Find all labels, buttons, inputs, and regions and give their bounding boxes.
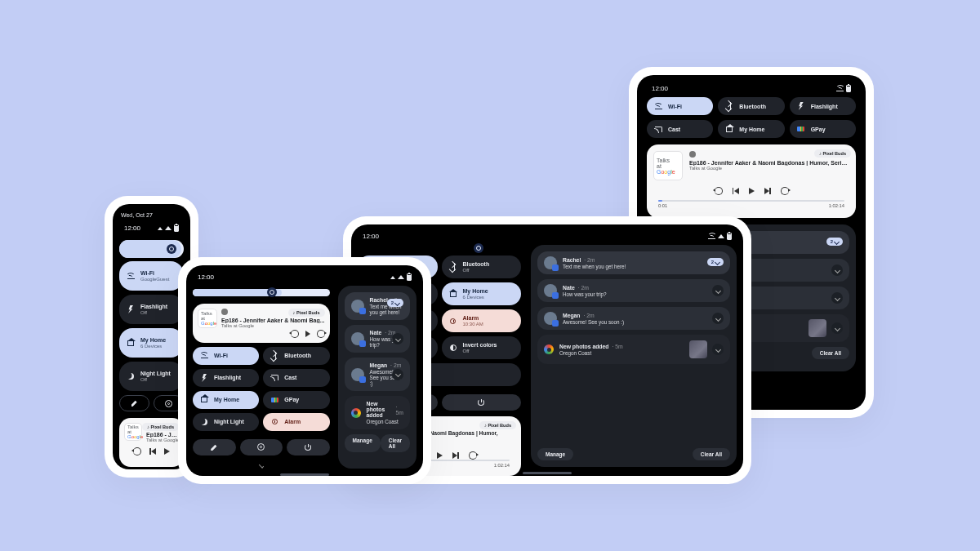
- media-card[interactable]: ♪ Pixel Buds TalksatGoogle Ep186 - Jenni…: [193, 304, 330, 343]
- forward-icon[interactable]: [469, 451, 477, 460]
- brightness-slider[interactable]: [193, 289, 330, 296]
- battery-icon: [727, 233, 732, 240]
- gpay-icon: [271, 398, 278, 402]
- tile-night-light[interactable]: Night Light: [193, 413, 259, 431]
- media-card[interactable]: ♪ Pixel Buds TalksatGoogle Ep186 - Jac..…: [119, 418, 184, 467]
- photo-thumb: [689, 340, 707, 358]
- play-icon[interactable]: [437, 452, 443, 459]
- play-icon[interactable]: [305, 331, 310, 337]
- next-icon[interactable]: [452, 452, 459, 459]
- tile-cast[interactable]: Cast: [263, 369, 329, 387]
- seekbar[interactable]: [658, 200, 844, 202]
- battery-icon: [407, 273, 412, 281]
- notification-item[interactable]: Megan· 2mAwesome! See you soon :): [537, 307, 730, 330]
- tile-wifi[interactable]: Wi-Fi: [647, 97, 713, 115]
- flashlight-icon: [202, 374, 207, 382]
- manage-button[interactable]: Manage: [537, 448, 573, 460]
- notification-item[interactable]: Nate· 2mHow was your trip?: [345, 325, 410, 353]
- app-icon: [689, 151, 696, 158]
- notification-item[interactable]: Rachel· 2mText me when you get here! 2: [537, 251, 730, 274]
- tile-flashlight[interactable]: Flashlight: [790, 97, 856, 115]
- notification-item[interactable]: New photos added· 5mOregon Coast: [537, 335, 730, 364]
- rewind-icon[interactable]: [715, 187, 723, 195]
- tile-alarm[interactable]: Alarm: [263, 413, 329, 431]
- tile-bluetooth[interactable]: Bluetooth: [263, 347, 329, 365]
- power-button[interactable]: [287, 439, 330, 455]
- signal-icon: [390, 276, 395, 279]
- tile-wifi[interactable]: Wi-Fi: [193, 347, 259, 365]
- expand-icon[interactable]: [392, 369, 403, 380]
- chevron-down-icon[interactable]: [259, 463, 264, 468]
- tile-flashlight[interactable]: FlashlightOff: [119, 295, 184, 324]
- expand-icon[interactable]: [831, 264, 843, 276]
- next-icon[interactable]: [764, 188, 771, 194]
- media-title: Ep186 - Jennifer Aaker & Naomi Bag...: [221, 318, 325, 323]
- moon-icon: [201, 419, 207, 425]
- tile-my-home[interactable]: My Home6 Devices: [119, 328, 184, 358]
- forward-icon[interactable]: [317, 330, 325, 338]
- manage-button[interactable]: Manage: [345, 434, 381, 452]
- power-button[interactable]: [442, 394, 522, 411]
- output-chip[interactable]: ♪ Pixel Buds: [142, 423, 179, 431]
- expand-icon[interactable]: [831, 292, 843, 304]
- bluetooth-icon: [728, 102, 731, 110]
- avatar: [351, 300, 364, 313]
- notification-item[interactable]: Nate· 2mHow was your trip?: [537, 279, 730, 302]
- tile-my-home[interactable]: My Home: [718, 120, 784, 138]
- expand-icon[interactable]: [392, 333, 403, 344]
- group-badge[interactable]: 2: [387, 299, 403, 307]
- tile-invert-colors[interactable]: Invert colorsOff: [442, 336, 522, 359]
- brightness-slider[interactable]: [119, 240, 184, 258]
- pencil-icon: [131, 400, 138, 407]
- avatar: [351, 368, 364, 381]
- settings-button[interactable]: [240, 439, 283, 455]
- expand-icon[interactable]: [712, 344, 724, 355]
- rewind-icon[interactable]: [291, 330, 299, 338]
- play-icon[interactable]: [749, 188, 755, 194]
- edit-button[interactable]: [119, 395, 149, 411]
- expand-icon[interactable]: [712, 313, 724, 324]
- wifi-icon: [836, 86, 844, 91]
- group-badge[interactable]: 2: [826, 238, 843, 246]
- play-icon[interactable]: [164, 448, 170, 455]
- output-chip[interactable]: ♪ Pixel Buds: [814, 149, 851, 158]
- bluetooth-icon: [273, 352, 276, 360]
- group-badge[interactable]: 2: [707, 258, 724, 266]
- previous-icon[interactable]: [733, 188, 739, 194]
- power-icon: [305, 444, 311, 451]
- clear-all-button[interactable]: Clear All: [381, 434, 410, 452]
- tile-my-home[interactable]: My Home: [193, 391, 259, 409]
- tile-flashlight[interactable]: Flashlight: [193, 369, 259, 387]
- signal-icon: [158, 227, 163, 230]
- expand-icon[interactable]: [831, 322, 843, 334]
- tile-night-light[interactable]: Night LightOff: [119, 362, 184, 391]
- nav-handle[interactable]: [523, 472, 572, 474]
- tile-alarm[interactable]: Alarm10:30 AM: [442, 309, 522, 332]
- expand-icon[interactable]: [712, 285, 724, 296]
- tile-cast[interactable]: Cast: [647, 120, 713, 138]
- edit-button[interactable]: [193, 439, 236, 455]
- clear-all-button[interactable]: Clear All: [812, 347, 849, 359]
- tile-my-home[interactable]: My Home6 Devices: [442, 282, 522, 305]
- notification-item[interactable]: Megan· 2mAwesome! See you soon :): [345, 358, 410, 391]
- media-card[interactable]: ♪ Pixel Buds TalksatGoogle Ep186 - Jenni…: [647, 144, 856, 218]
- media-subtitle: Talks at Google: [146, 438, 179, 442]
- forward-icon[interactable]: [781, 187, 789, 195]
- clear-all-button[interactable]: Clear All: [693, 448, 730, 460]
- tile-wifi[interactable]: Wi-FiGoogleGuest: [119, 261, 184, 291]
- tile-bluetooth[interactable]: BluetoothOff: [442, 256, 522, 278]
- rewind-icon[interactable]: [133, 447, 141, 455]
- avatar: [544, 312, 557, 325]
- notification-item[interactable]: New photos added· 5mOregon Coast: [345, 396, 410, 429]
- tile-gpay[interactable]: GPay: [263, 391, 329, 409]
- previous-icon[interactable]: [149, 448, 156, 455]
- tile-bluetooth[interactable]: Bluetooth: [718, 97, 784, 115]
- output-chip[interactable]: ♪ Pixel Buds: [288, 309, 325, 317]
- tile-gpay[interactable]: GPay: [790, 120, 856, 138]
- notification-item[interactable]: Rachel· 2m Text me when you get here! 2: [345, 292, 410, 320]
- media-title: Ep186 - Jac...: [146, 432, 179, 438]
- status-bar: 12:00: [193, 272, 416, 286]
- nav-handle[interactable]: [280, 473, 329, 476]
- output-chip[interactable]: ♪ Pixel Buds: [479, 421, 516, 429]
- alarm-icon: [450, 318, 456, 324]
